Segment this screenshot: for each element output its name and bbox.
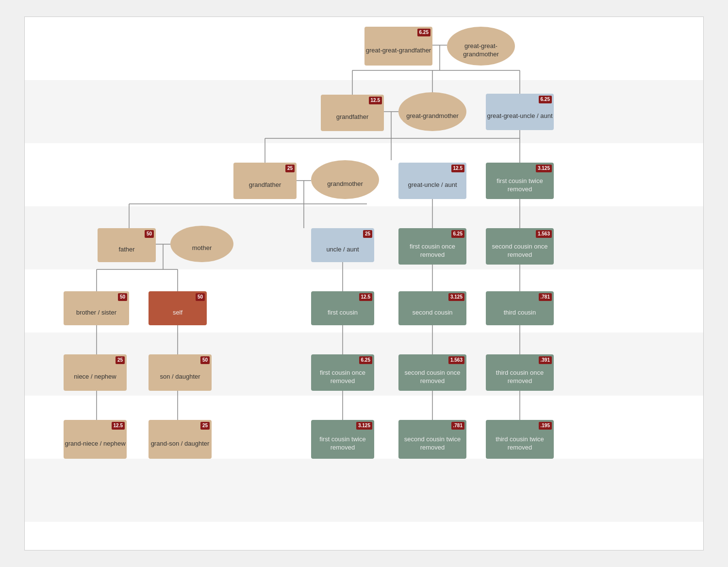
badge-thirdCousin: .781 — [539, 293, 552, 301]
badge-firstCousinOnceRemovedUp: 6.25 — [451, 230, 464, 238]
label-ggGrandmother: great-great-grandmother — [447, 42, 515, 59]
label-father: father — [118, 246, 134, 254]
badge-secondCousinTwiceRemovedDown: .781 — [451, 422, 464, 430]
label-secondCousin: second cousin — [412, 309, 452, 317]
node-secondCousin: 3.125second cousin — [398, 291, 466, 325]
node-secondCousinOnceRemovedUp: 1.563second cousin once removed — [486, 228, 554, 265]
badge-secondCousin: 3.125 — [448, 293, 464, 301]
label-firstCousin: first cousin — [328, 309, 358, 317]
label-secondCousinOnceRemovedUp: second cousin once removed — [486, 243, 554, 259]
node-greatUncleAunt: 12.5great-uncle / aunt — [398, 163, 466, 199]
node-firstCousinTwiceRemovedUp: 3.125first cousin twice removed — [486, 163, 554, 199]
badge-brotherSister: 50 — [118, 293, 127, 301]
node-firstCousin: 12.5first cousin — [311, 291, 374, 325]
node-thirdCousin: .781third cousin — [486, 291, 554, 325]
badge-ggUncleAunt: 6.25 — [539, 96, 552, 103]
row-band — [25, 17, 703, 80]
node-grandmother: grandmother — [311, 160, 379, 199]
node-grandfather2: 12.5grandfather — [321, 95, 384, 131]
label-thirdCousin: third cousin — [504, 309, 536, 317]
badge-firstCousinTwiceRemovedUp: 3.125 — [536, 165, 552, 172]
badge-firstCousinTwiceRemovedDown: 3.125 — [356, 422, 372, 430]
badge-grandfather2: 12.5 — [369, 97, 382, 104]
label-ggUncleAunt: great-great-uncle / aunt — [487, 112, 552, 120]
badge-father: 50 — [145, 230, 154, 238]
node-grandNieceNephew: 12.5grand-niece / nephew — [64, 420, 127, 459]
label-greatUncleAunt: great-uncle / aunt — [408, 181, 457, 189]
label-secondCousinTwiceRemovedDown: second cousin twice removed — [398, 435, 466, 452]
node-greatGrandmother: great-grandmother — [398, 92, 466, 131]
badge-grandfather1: 25 — [285, 165, 295, 172]
node-ggGrandfather: 6.25great-great-grandfather — [364, 27, 432, 66]
label-uncleAunt: uncle / aunt — [326, 246, 359, 254]
badge-thirdCousinTwiceRemovedDown: .195 — [539, 422, 552, 430]
node-sonDaughter: 50son / daughter — [149, 354, 212, 391]
label-brotherSister: brother / sister — [76, 309, 116, 317]
node-secondCousinTwiceRemovedDown: .781second cousin twice removed — [398, 420, 466, 459]
label-firstCousinOnceRemovedDown: first cousin once removed — [311, 369, 374, 385]
node-mother: mother — [170, 226, 233, 262]
badge-firstCousinOnceRemovedDown: 6.25 — [359, 356, 372, 364]
badge-firstCousin: 12.5 — [359, 293, 372, 301]
node-secondCousinOnceRemovedDown: 1.563second cousin once removed — [398, 354, 466, 391]
label-thirdCousinOnceRemovedDown: third cousin once removed — [486, 369, 554, 385]
label-grandfather1: grandfather — [249, 181, 281, 189]
node-ggUncleAunt: 6.25great-great-uncle / aunt — [486, 94, 554, 130]
node-father: 50father — [98, 228, 156, 262]
label-firstCousinTwiceRemovedDown: first cousin twice removed — [311, 435, 374, 452]
node-firstCousinOnceRemovedDown: 6.25first cousin once removed — [311, 354, 374, 391]
label-grandmother: grandmother — [327, 180, 363, 188]
label-grandNieceNephew: grand-niece / nephew — [65, 440, 125, 448]
badge-thirdCousinOnceRemovedDown: .391 — [539, 356, 552, 364]
label-nieceNephew: niece / nephew — [74, 373, 116, 381]
row-band — [25, 459, 703, 522]
node-self: 50self — [149, 291, 207, 325]
node-ggGrandmother: great-great-grandmother — [447, 27, 515, 66]
badge-uncleAunt: 25 — [363, 230, 372, 238]
chart-container: 6.25great-great-grandfathergreat-great-g… — [24, 17, 704, 550]
label-ggGrandfather: great-great-grandfather — [366, 47, 431, 55]
node-uncleAunt: 25uncle / aunt — [311, 228, 374, 262]
badge-secondCousinOnceRemovedUp: 1.563 — [536, 230, 552, 238]
badge-secondCousinOnceRemovedDown: 1.563 — [448, 356, 464, 364]
badge-greatUncleAunt: 12.5 — [451, 165, 464, 172]
badge-grandNieceNephew: 12.5 — [112, 422, 125, 430]
node-thirdCousinTwiceRemovedDown: .195third cousin twice removed — [486, 420, 554, 459]
label-firstCousinTwiceRemovedUp: first cousin twice removed — [486, 177, 554, 194]
node-firstCousinTwiceRemovedDown: 3.125first cousin twice removed — [311, 420, 374, 459]
badge-nieceNephew: 25 — [116, 356, 125, 364]
badge-ggGrandfather: 6.25 — [417, 29, 430, 36]
node-brotherSister: 50brother / sister — [64, 291, 129, 325]
label-grandSonDaughter: grand-son / daughter — [151, 440, 210, 448]
badge-grandSonDaughter: 25 — [200, 422, 210, 430]
label-mother: mother — [192, 244, 212, 252]
node-firstCousinOnceRemovedUp: 6.25first cousin once removed — [398, 228, 466, 265]
node-grandfather1: 25grandfather — [233, 163, 297, 199]
node-nieceNephew: 25niece / nephew — [64, 354, 127, 391]
label-sonDaughter: son / daughter — [160, 373, 200, 381]
label-thirdCousinTwiceRemovedDown: third cousin twice removed — [486, 435, 554, 452]
label-greatGrandmother: great-grandmother — [406, 112, 459, 120]
label-grandfather2: grandfather — [336, 113, 369, 121]
label-secondCousinOnceRemovedDown: second cousin once removed — [398, 369, 466, 385]
label-self: self — [173, 309, 182, 317]
node-grandSonDaughter: 25grand-son / daughter — [149, 420, 212, 459]
node-thirdCousinOnceRemovedDown: .391third cousin once removed — [486, 354, 554, 391]
label-firstCousinOnceRemovedUp: first cousin once removed — [398, 243, 466, 259]
badge-sonDaughter: 50 — [200, 356, 210, 364]
badge-self: 50 — [196, 293, 205, 301]
